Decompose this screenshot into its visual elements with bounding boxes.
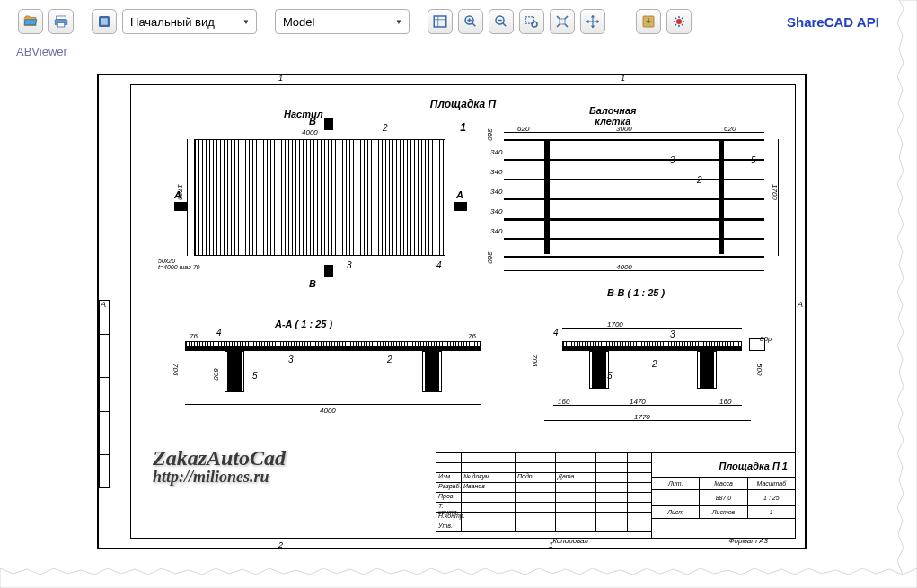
fullscreen-icon bbox=[96, 13, 112, 30]
leader-3-a: 3 bbox=[347, 260, 352, 270]
zoom-window-icon bbox=[524, 13, 540, 30]
svg-point-12 bbox=[676, 19, 682, 24]
leader-4-aa: 4 bbox=[216, 328, 222, 338]
drawing-main-title: Площадка П1 bbox=[131, 98, 795, 110]
tb-format: Формат A3 bbox=[728, 537, 768, 545]
dim-340-3: 340 bbox=[490, 188, 502, 196]
layout-select[interactable]: Model bbox=[275, 9, 410, 34]
dim-340-1: 340 bbox=[490, 148, 502, 156]
edge-top-r: 1 bbox=[621, 74, 625, 83]
leader-2-a: 2 bbox=[383, 123, 388, 133]
mark-b-bot: В bbox=[309, 278, 316, 289]
sharecad-api-link[interactable]: ShareCAD API bbox=[787, 14, 879, 30]
tb-title: Площадка П 1 bbox=[719, 461, 788, 471]
zoom-extents-button[interactable] bbox=[550, 9, 575, 34]
leader-2-bb: 2 bbox=[652, 359, 657, 369]
print-button[interactable] bbox=[48, 9, 74, 34]
edge-left: А bbox=[101, 300, 106, 309]
save-icon bbox=[640, 13, 657, 30]
title-block: Изм№ докум.Подп.Дата Разраб.Иванов Пров.… bbox=[436, 452, 795, 538]
watermark: ZakazAutoCad http://miliones.ru bbox=[153, 447, 286, 485]
plan-hatch bbox=[194, 139, 445, 256]
binding-strip bbox=[99, 300, 110, 506]
view-select[interactable]: Начальный вид bbox=[122, 9, 257, 34]
mark-a-r: А bbox=[456, 189, 463, 200]
svg-rect-0 bbox=[57, 16, 66, 20]
dim-4000aa: 4000 bbox=[320, 407, 336, 415]
leader-2-b: 2 bbox=[697, 175, 702, 185]
torn-edge-bottom bbox=[0, 568, 917, 588]
dim-note: 50x20 t=4000 шаг 70 bbox=[158, 258, 199, 270]
dim-340-4: 340 bbox=[490, 207, 502, 215]
section-mark-a-l bbox=[174, 202, 187, 211]
leader-5-bb: 5 bbox=[607, 371, 613, 381]
leader-3-b: 3 bbox=[670, 155, 675, 165]
dim-500: 500 bbox=[755, 364, 763, 375]
folder-open-icon bbox=[22, 13, 39, 30]
edge-bot-l: 2 bbox=[278, 540, 283, 549]
leader-3-bb: 3 bbox=[670, 329, 675, 339]
dim-80p: 80р bbox=[760, 335, 772, 343]
leader-4-a: 4 bbox=[436, 260, 442, 270]
pan-icon bbox=[585, 13, 601, 30]
section-mark-b-top bbox=[324, 118, 333, 130]
leader-2-aa: 2 bbox=[387, 355, 392, 364]
open-button[interactable] bbox=[18, 9, 43, 34]
torn-edge-right bbox=[897, 0, 917, 588]
svg-rect-10 bbox=[560, 19, 565, 24]
mark-b-top: В bbox=[309, 116, 316, 127]
dim-600: 600 bbox=[212, 368, 220, 380]
zoom-out-button[interactable] bbox=[489, 9, 514, 34]
section-bb-title: В-В ( 1 : 25 ) bbox=[607, 287, 665, 298]
printer-icon bbox=[53, 13, 69, 30]
gear-icon bbox=[671, 13, 687, 30]
svg-rect-5 bbox=[434, 16, 446, 27]
dim-360b: 360 bbox=[486, 251, 494, 263]
edge-right: А bbox=[798, 300, 803, 309]
beam-grid bbox=[504, 139, 764, 256]
view-select-wrap: Начальный вид bbox=[122, 9, 257, 34]
fullscreen-button[interactable] bbox=[92, 9, 117, 34]
zoom-window-button[interactable] bbox=[519, 9, 544, 34]
layout-select-wrap: Model bbox=[275, 9, 410, 34]
dim-160r: 160 bbox=[719, 398, 731, 406]
svg-rect-2 bbox=[57, 23, 65, 28]
dim-706a: 706 bbox=[172, 364, 180, 375]
fit-icon bbox=[432, 13, 448, 30]
edge-top-l: 1 bbox=[278, 74, 283, 83]
section-bb bbox=[526, 341, 778, 426]
svg-rect-4 bbox=[101, 18, 108, 25]
leader-5-b: 5 bbox=[751, 155, 756, 165]
extents-icon bbox=[554, 13, 570, 30]
leader-3-aa: 3 bbox=[288, 355, 294, 364]
drawing-sheet: 1 1 2 1 А А Площадка П1 Настил Балочная … bbox=[97, 74, 807, 549]
section-mark-b-bot bbox=[324, 265, 333, 277]
settings-button[interactable] bbox=[666, 9, 692, 34]
leader-4-bb: 4 bbox=[553, 328, 559, 338]
toolbar: Начальный вид Model ShareCAD API bbox=[0, 0, 917, 41]
fit-button[interactable] bbox=[428, 9, 453, 34]
dim-706b: 706 bbox=[531, 355, 539, 366]
save-button[interactable] bbox=[636, 9, 661, 34]
section-aa-title: А-А ( 1 : 25 ) bbox=[275, 319, 332, 329]
pan-button[interactable] bbox=[580, 9, 605, 34]
dim-76l: 76 bbox=[190, 332, 198, 340]
dim-360t: 360 bbox=[486, 128, 494, 140]
dim-340-2: 340 bbox=[490, 168, 502, 176]
dim-1700-left: 1700 bbox=[176, 184, 184, 200]
view2-title: Балочная клетка bbox=[589, 105, 637, 127]
abviewer-link[interactable]: ABViewer bbox=[0, 41, 917, 62]
tb-copied: Копировал bbox=[552, 537, 588, 545]
leader-5-aa: 5 bbox=[252, 371, 258, 381]
zoom-in-button[interactable] bbox=[458, 9, 483, 34]
view1-title: Настил bbox=[284, 109, 323, 119]
drawing-canvas[interactable]: 1 1 2 1 А А Площадка П1 Настил Балочная … bbox=[16, 66, 896, 569]
zoom-in-icon bbox=[463, 13, 479, 30]
zoom-out-icon bbox=[493, 13, 509, 30]
section-mark-a-r bbox=[454, 202, 467, 211]
dim-340-5: 340 bbox=[490, 227, 502, 235]
dim-76r: 76 bbox=[468, 332, 476, 340]
